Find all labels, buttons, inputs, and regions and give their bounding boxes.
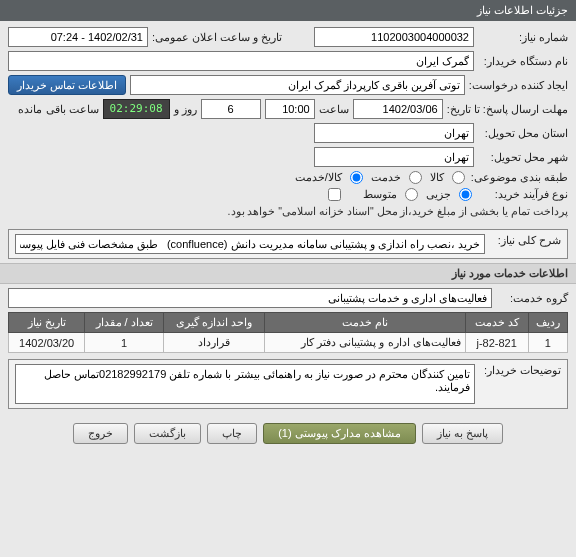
th-unit: واحد اندازه گیری bbox=[164, 313, 265, 333]
back-button[interactable]: بازگشت bbox=[134, 423, 201, 444]
public-announce-field[interactable] bbox=[8, 27, 148, 47]
label-province: استان محل تحویل: bbox=[478, 127, 568, 140]
page-title: جزئیات اطلاعات نیاز bbox=[477, 4, 568, 16]
label-need-title: شرح کلی نیاز: bbox=[489, 234, 561, 247]
page-header: جزئیات اطلاعات نیاز bbox=[0, 0, 576, 21]
th-name: نام خدمت bbox=[265, 313, 465, 333]
cell-code: j-82-821 bbox=[465, 333, 528, 353]
services-section-title: اطلاعات خدمات مورد نیاز bbox=[0, 263, 576, 284]
service-group-row: گروه خدمت: bbox=[0, 284, 576, 312]
province-field[interactable] bbox=[314, 123, 474, 143]
table-row[interactable]: 1 j-82-821 فعالیت‌های اداره و پشتیبانی د… bbox=[9, 333, 568, 353]
th-qty: تعداد / مقدار bbox=[85, 313, 164, 333]
label-radio-medium: متوسط bbox=[363, 188, 397, 201]
label-radio-goods-service: کالا/خدمت bbox=[295, 171, 342, 184]
countdown-timer: 02:29:08 bbox=[103, 99, 170, 119]
label-remain: ساعت باقی مانده bbox=[18, 103, 98, 116]
buyer-notes-field[interactable] bbox=[15, 364, 475, 404]
need-number-field[interactable] bbox=[314, 27, 474, 47]
radio-goods-service[interactable] bbox=[350, 171, 363, 184]
cell-date: 1402/03/20 bbox=[9, 333, 85, 353]
th-code: کد خدمت bbox=[465, 313, 528, 333]
radio-partial[interactable] bbox=[459, 188, 472, 201]
cell-name: فعالیت‌های اداره و پشتیبانی دفتر کار bbox=[265, 333, 465, 353]
days-field[interactable] bbox=[201, 99, 261, 119]
buyer-org-field[interactable] bbox=[8, 51, 474, 71]
label-radio-goods: کالا bbox=[430, 171, 444, 184]
radio-medium[interactable] bbox=[405, 188, 418, 201]
th-date: تاریخ نیاز bbox=[9, 313, 85, 333]
contact-info-button[interactable]: اطلاعات تماس خریدار bbox=[8, 75, 126, 95]
label-hour-1: ساعت bbox=[319, 103, 349, 116]
checkbox-treasury[interactable] bbox=[328, 188, 341, 201]
label-subject-class: طبقه بندی موضوعی: bbox=[471, 171, 568, 184]
label-service-group: گروه خدمت: bbox=[496, 292, 568, 305]
label-buyer-notes: توضیحات خریدار: bbox=[481, 364, 561, 377]
print-button[interactable]: چاپ bbox=[207, 423, 257, 444]
service-group-field[interactable] bbox=[8, 288, 492, 308]
services-table: ردیف کد خدمت نام خدمت واحد اندازه گیری ت… bbox=[8, 312, 568, 353]
label-process-type: نوع فرآیند خرید: bbox=[478, 188, 568, 201]
cell-row: 1 bbox=[528, 333, 567, 353]
need-title-box: شرح کلی نیاز: bbox=[8, 229, 568, 259]
exit-button[interactable]: خروج bbox=[73, 423, 128, 444]
radio-service[interactable] bbox=[409, 171, 422, 184]
label-need-no: شماره نیاز: bbox=[478, 31, 568, 44]
need-title-field[interactable] bbox=[15, 234, 485, 254]
footer-actions: پاسخ به نیاز مشاهده مدارک پیوستی (1) چاپ… bbox=[0, 415, 576, 452]
deadline-hour-field[interactable] bbox=[265, 99, 315, 119]
deadline-date-field[interactable] bbox=[353, 99, 443, 119]
label-pay-note: پرداخت تمام یا بخشی از مبلغ خرید،از محل … bbox=[228, 205, 568, 217]
cell-qty: 1 bbox=[85, 333, 164, 353]
label-city: شهر محل تحویل: bbox=[478, 151, 568, 164]
label-public-announce: تاریخ و ساعت اعلان عمومی: bbox=[152, 31, 282, 44]
label-requester: ایجاد کننده درخواست: bbox=[469, 79, 568, 92]
view-docs-button[interactable]: مشاهده مدارک پیوستی (1) bbox=[263, 423, 416, 444]
label-and-day: روز و bbox=[174, 103, 197, 116]
requester-field[interactable] bbox=[130, 75, 465, 95]
cell-unit: قرارداد bbox=[164, 333, 265, 353]
label-radio-partial: جزیی bbox=[426, 188, 451, 201]
th-row: ردیف bbox=[528, 313, 567, 333]
radio-goods[interactable] bbox=[452, 171, 465, 184]
form-area: شماره نیاز: تاریخ و ساعت اعلان عمومی: نا… bbox=[0, 21, 576, 225]
respond-button[interactable]: پاسخ به نیاز bbox=[422, 423, 503, 444]
buyer-notes-box: توضیحات خریدار: bbox=[8, 359, 568, 409]
label-radio-service: خدمت bbox=[371, 171, 401, 184]
city-field[interactable] bbox=[314, 147, 474, 167]
label-deadline: مهلت ارسال پاسخ: تا تاریخ: bbox=[447, 103, 568, 116]
label-buyer-org: نام دستگاه خریدار: bbox=[478, 55, 568, 68]
